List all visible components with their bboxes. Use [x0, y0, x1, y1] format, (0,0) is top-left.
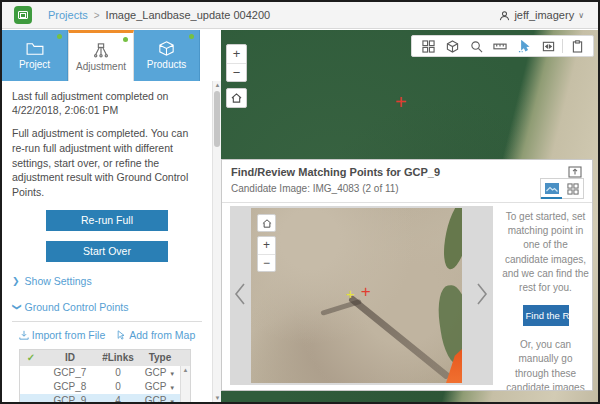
chevron-left-icon — [233, 282, 246, 306]
grid-view-tool-button[interactable] — [416, 36, 440, 56]
tab-adjustment[interactable]: Adjustment — [68, 30, 134, 81]
gcp-section-toggle[interactable]: ❮ Ground Control Points — [12, 301, 202, 313]
scroll-down-icon[interactable]: ▼ — [213, 395, 221, 401]
gcp-id: GCP_7 — [42, 367, 98, 378]
col-header-links[interactable]: #Links — [98, 352, 138, 363]
grid-image-view-button[interactable] — [562, 179, 583, 198]
divider — [222, 202, 592, 203]
find-the-rest-button[interactable]: Find the Rest — [523, 305, 569, 326]
gcp-links: 0 — [98, 367, 138, 378]
gcp-section-label: Ground Control Points — [25, 301, 129, 313]
gcp-id: GCP_9 — [42, 395, 98, 402]
matching-point-marker-yellow: + — [346, 285, 355, 302]
map-view[interactable]: + + − — [221, 30, 598, 402]
basemap-tool-button[interactable] — [440, 36, 464, 56]
gcp-links: 0 — [98, 381, 138, 392]
add-from-map-link[interactable]: Add from Map — [117, 329, 195, 341]
candidate-image-label: Candidate Image: IMG_4083 (2 of 11) — [231, 183, 399, 194]
chevron-down-icon: ∨ — [578, 11, 584, 20]
gcp-table: ✓ ID #Links Type GCP_7 0 GCP▼ GCP_8 0 GC… — [19, 349, 191, 402]
tab-products[interactable]: Products — [134, 30, 200, 81]
check-icon: ✓ — [20, 352, 42, 363]
zoom-in-button[interactable]: + — [258, 237, 275, 255]
start-over-button[interactable]: Start Over — [46, 241, 168, 262]
chevron-right-icon: ❯ — [12, 276, 20, 286]
gcp-actions: Import from File Add from Map — [12, 329, 202, 341]
col-header-id[interactable]: ID — [42, 352, 98, 363]
show-settings-label: Show Settings — [25, 275, 92, 287]
matching-panel-title: Find/Review Matching Points for GCP_9 — [231, 166, 440, 178]
extent-icon — [542, 40, 555, 53]
collapse-panel-button[interactable] — [568, 164, 582, 176]
scrollbar-thumb[interactable] — [214, 91, 220, 147]
gcp-type-dropdown[interactable]: GCP▼ — [138, 395, 182, 402]
table-row-selected[interactable]: GCP_9 4 GCP▼ — [20, 394, 190, 402]
tab-label: Products — [147, 59, 186, 70]
home-icon — [231, 93, 242, 103]
rerun-full-button[interactable]: Re-run Full — [46, 210, 168, 231]
view-mode-toggle-group — [540, 178, 584, 199]
dropdown-arrow-icon: ▼ — [169, 371, 175, 377]
col-header-type[interactable]: Type — [138, 352, 182, 363]
candidate-image-viewer[interactable]: + + + − — [251, 208, 462, 383]
map-toolbar — [411, 35, 594, 57]
zoom-in-button[interactable]: + — [227, 45, 246, 64]
home-button[interactable] — [226, 88, 247, 108]
gcp-type-dropdown[interactable]: GCP▼ — [138, 381, 182, 392]
panel-scrollbar[interactable]: ▲ ▼ — [212, 81, 221, 402]
select-tool-button[interactable] — [512, 36, 536, 56]
export-window-icon — [568, 166, 582, 178]
status-dot — [123, 37, 128, 42]
left-panel: Project Adjustment Products Last full ad… — [2, 30, 221, 402]
top-bar: Projects > Image_Landbase_update 004200 … — [2, 2, 598, 29]
status-dot — [57, 34, 62, 39]
search-tool-button[interactable] — [464, 36, 488, 56]
instructions-text-2: Or, you can manually go through these ca… — [502, 338, 589, 391]
scroll-up-icon[interactable]: ▲ — [213, 82, 221, 88]
extent-tool-button[interactable] — [536, 36, 560, 56]
import-from-file-link[interactable]: Import from File — [19, 329, 106, 341]
map-zoom-control: + − — [226, 44, 247, 82]
gcp-crosshair-marker: + — [395, 92, 407, 112]
measure-tool-button[interactable] — [488, 36, 512, 56]
table-scrollbar[interactable]: ▲▼ — [180, 366, 190, 402]
next-image-button[interactable] — [476, 282, 489, 310]
adjustment-description: Full adjustment is completed. You can re… — [12, 126, 202, 199]
grid-view-icon — [567, 183, 579, 195]
project-title: Image_Landbase_update 004200 — [106, 9, 271, 21]
app-logo-icon — [14, 6, 32, 24]
instructions-text-1: To get started, set matching point in on… — [502, 210, 589, 295]
gcp-table-header: ✓ ID #Links Type — [20, 350, 190, 366]
previous-image-button[interactable] — [233, 282, 246, 310]
zoom-out-button[interactable]: − — [258, 255, 275, 272]
import-icon — [19, 330, 29, 340]
select-cursor-icon — [518, 40, 531, 53]
adjustment-panel-body: Last full adjustment completed on 4/22/2… — [2, 81, 212, 402]
photo-shadow — [348, 295, 451, 380]
matching-point-marker-red: + — [361, 282, 371, 302]
gcp-type-dropdown[interactable]: GCP▼ — [138, 367, 182, 378]
scroll-up-icon[interactable]: ▲ — [183, 367, 189, 373]
image-home-button[interactable] — [257, 214, 276, 232]
folder-icon — [26, 42, 44, 56]
instructions-column: To get started, set matching point in on… — [502, 210, 589, 391]
dropdown-arrow-icon: ▼ — [169, 399, 175, 402]
chevron-right-icon — [476, 282, 489, 306]
photo-shadow — [320, 299, 362, 316]
zoom-out-button[interactable]: − — [227, 64, 246, 82]
show-settings-toggle[interactable]: ❯ Show Settings — [12, 275, 202, 287]
candidate-image-carousel: + + + − — [230, 206, 493, 385]
gcp-id: GCP_8 — [42, 381, 98, 392]
table-row[interactable]: GCP_7 0 GCP▼ — [20, 366, 190, 380]
tab-project[interactable]: Project — [2, 30, 68, 81]
cube-icon — [158, 41, 175, 56]
basemap-icon — [446, 40, 459, 53]
gcp-links: 4 — [98, 395, 138, 402]
last-adjustment-text: Last full adjustment completed on 4/22/2… — [12, 89, 202, 117]
table-row[interactable]: GCP_8 0 GCP▼ — [20, 380, 190, 394]
breadcrumb-projects-link[interactable]: Projects — [48, 9, 88, 21]
clipboard-tool-button[interactable] — [565, 36, 589, 56]
user-menu[interactable]: jeff_imagery ∨ — [499, 9, 584, 21]
single-image-view-button[interactable] — [541, 179, 562, 198]
dropdown-arrow-icon: ▼ — [169, 385, 175, 391]
